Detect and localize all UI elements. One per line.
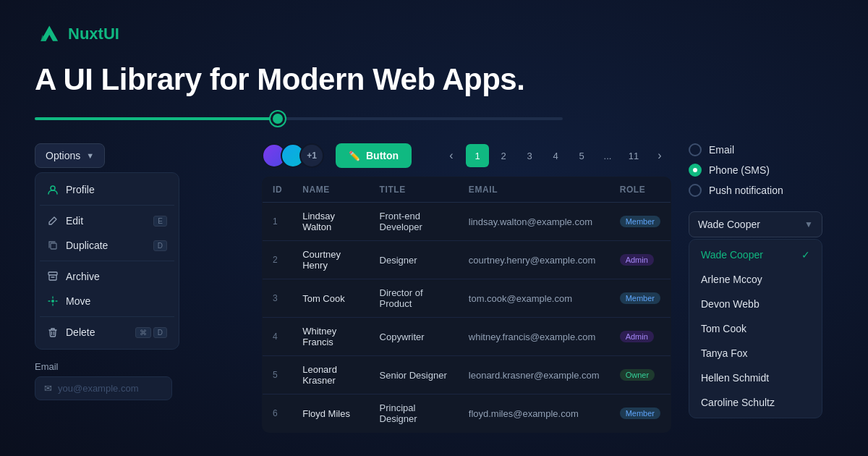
pagination-page-2[interactable]: 2 [492, 144, 515, 167]
table-toolbar: +1 ✏️ Button ‹ 1 2 3 4 5 ... 11 › [262, 143, 671, 168]
select-option[interactable]: Caroline Schultz [692, 390, 819, 415]
edit-label: Edit [66, 215, 83, 227]
table-body: 1 Lindsay Walton Front-end Developer lin… [263, 203, 671, 433]
pagination-page-3[interactable]: 3 [518, 144, 541, 167]
pagination-page-4[interactable]: 4 [544, 144, 567, 167]
menu-item-duplicate[interactable]: Duplicate D [40, 233, 174, 258]
duplicate-key: D [153, 240, 167, 251]
table-row[interactable]: 1 Lindsay Walton Front-end Developer lin… [263, 203, 671, 241]
pagination-page-5[interactable]: 5 [570, 144, 593, 167]
menu-item-profile[interactable]: Profile [40, 177, 174, 202]
avatar-count: +1 [299, 143, 324, 168]
duplicate-label: Duplicate [66, 240, 108, 251]
select-option[interactable]: Hellen Schmidt [692, 366, 819, 390]
radio-email-circle [689, 143, 702, 156]
email-input[interactable]: ✉ you@example.com [35, 376, 172, 400]
options-button[interactable]: Options ▼ [35, 143, 105, 168]
cell-email: whitney.francis@example.com [459, 318, 610, 356]
pagination-page-11[interactable]: 11 [622, 144, 645, 167]
left-panel: Options ▼ Profile [35, 143, 244, 400]
logo-nuxt: Nuxt [68, 25, 103, 43]
cell-id: 6 [263, 394, 293, 433]
table-row[interactable]: 2 Courtney Henry Designer courtney.henry… [263, 241, 671, 279]
slider-track[interactable] [35, 117, 563, 120]
menu-item-delete[interactable]: Delete ⌘ D [40, 320, 174, 345]
select-option[interactable]: Tanya Fox [692, 341, 819, 366]
pagination: ‹ 1 2 3 4 5 ... 11 › [440, 144, 671, 167]
menu-divider-1 [40, 205, 174, 206]
table-row[interactable]: 5 Leonard Krasner Senior Designer leonar… [263, 356, 671, 394]
select-wrapper: Wade Cooper ▼ Wade Cooper✓Arlene MccoyDe… [689, 211, 833, 418]
cell-role: Owner [610, 356, 671, 394]
data-table: Id Name Title Email Role 1 Lindsay Walto… [262, 177, 671, 433]
pencil-icon: ✏️ [349, 151, 360, 161]
chevron-down-icon: ▼ [804, 219, 813, 229]
headline: A UI Library for Modern Web Apps. [35, 62, 833, 97]
pagination-page-1[interactable]: 1 [466, 144, 489, 167]
select-option[interactable]: Wade Cooper✓ [692, 242, 819, 267]
copy-icon [47, 240, 59, 251]
cell-title: Principal Designer [370, 394, 459, 433]
cell-role: Admin [610, 318, 671, 356]
table-header: Id Name Title Email Role [263, 177, 671, 203]
cell-email: tom.cook@example.com [459, 279, 610, 318]
menu-item-move[interactable]: Move [40, 289, 174, 313]
select-option-label: Arlene Mccoy [701, 274, 762, 285]
cell-name: Courtney Henry [292, 241, 369, 279]
cell-name: Leonard Krasner [292, 356, 369, 394]
cell-email: lindsay.walton@example.com [459, 203, 610, 241]
pagination-next[interactable]: › [648, 144, 671, 167]
radio-email-label: Email [709, 144, 734, 156]
select-option[interactable]: Devon Webb [692, 292, 819, 316]
select-option-label: Wade Cooper [701, 249, 763, 261]
button-primary[interactable]: ✏️ Button [336, 143, 412, 168]
email-placeholder: you@example.com [58, 383, 138, 394]
page-wrapper: NuxtUI A UI Library for Modern Web Apps.… [0, 0, 868, 456]
cell-name: Whitney Francis [292, 318, 369, 356]
move-label: Move [66, 295, 90, 307]
cmd-key: ⌘ [135, 327, 151, 338]
menu-item-edit[interactable]: Edit E [40, 208, 174, 233]
center-panel: +1 ✏️ Button ‹ 1 2 3 4 5 ... 11 › [262, 143, 671, 433]
chevron-down-icon: ▼ [86, 151, 94, 160]
email-label: Email [35, 361, 244, 372]
col-role: Role [610, 177, 671, 203]
table-row[interactable]: 3 Tom Cook Director of Product tom.cook@… [263, 279, 671, 318]
cell-name: Tom Cook [292, 279, 369, 318]
right-panel: Email Phone (SMS) Push notification Wade… [689, 143, 833, 421]
col-id: Id [263, 177, 293, 203]
table-row[interactable]: 6 Floyd Miles Principal Designer floyd.m… [263, 394, 671, 433]
delete-shortcut: ⌘ D [135, 327, 167, 338]
select-option-label: Tanya Fox [701, 347, 748, 359]
select-option-label: Tom Cook [701, 323, 746, 334]
pagination-prev[interactable]: ‹ [440, 144, 463, 167]
table-row[interactable]: 4 Whitney Francis Copywriter whitney.fra… [263, 318, 671, 356]
slider-thumb[interactable] [271, 111, 285, 126]
slider-row [35, 117, 642, 120]
select-option-label: Devon Webb [701, 298, 760, 310]
cell-id: 1 [263, 203, 293, 241]
edit-key: E [153, 216, 167, 227]
select-option[interactable]: Arlene Mccoy [692, 267, 819, 292]
trash-icon [47, 326, 59, 338]
cell-title: Director of Product [370, 279, 459, 318]
svg-point-0 [51, 186, 55, 190]
cell-id: 3 [263, 279, 293, 318]
radio-phone[interactable]: Phone (SMS) [689, 164, 833, 177]
col-name: Name [292, 177, 369, 203]
cell-name: Lindsay Walton [292, 203, 369, 241]
select-dropdown: Wade Cooper✓Arlene MccoyDevon WebbTom Co… [689, 239, 822, 418]
archive-label: Archive [66, 271, 100, 282]
select-box[interactable]: Wade Cooper ▼ [689, 211, 822, 237]
cell-role: Member [610, 394, 671, 433]
logo-ui: UI [103, 25, 119, 43]
menu-divider-3 [40, 316, 174, 317]
menu-divider-2 [40, 261, 174, 261]
radio-email[interactable]: Email [689, 143, 833, 156]
col-title: Title [370, 177, 459, 203]
radio-push[interactable]: Push notification [689, 184, 833, 197]
select-option[interactable]: Tom Cook [692, 316, 819, 341]
user-icon [47, 184, 59, 195]
logo-row: NuxtUI [35, 23, 833, 45]
menu-item-archive[interactable]: Archive [40, 264, 174, 289]
